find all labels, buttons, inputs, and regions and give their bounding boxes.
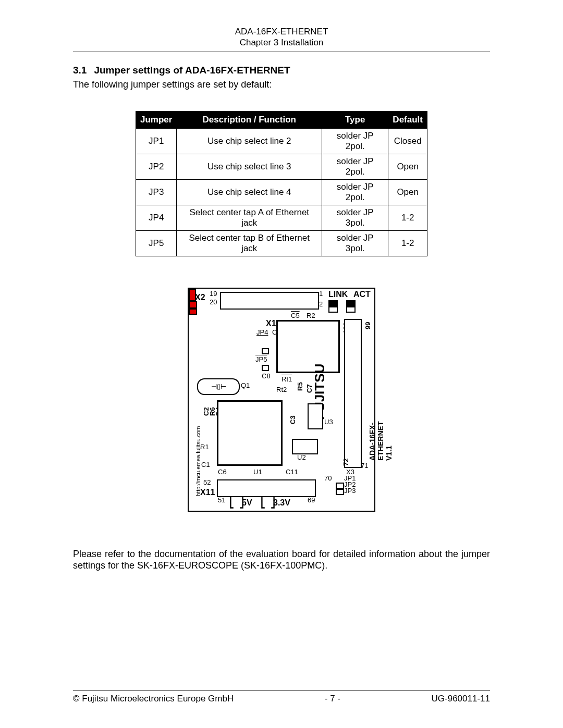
label-72: 72 — [342, 458, 350, 465]
bottom-rule — [73, 690, 490, 690]
chip-main-icon — [217, 400, 283, 466]
label-jp4: JP4 — [256, 328, 268, 336]
connector-x3 — [344, 319, 362, 468]
label-69: 69 — [308, 496, 315, 504]
label-r2: R2 — [307, 312, 315, 319]
connector-x2 — [220, 292, 319, 310]
label-20: 20 — [210, 298, 217, 306]
top-rule — [73, 52, 490, 52]
cell-type: solder JP 2pol. — [322, 154, 388, 179]
label-c5: C5 — [291, 312, 300, 319]
label-u1: U1 — [253, 468, 262, 476]
pcb-diagram-wrap: X2 19 20 1 2 LINK ACT C5 R2 X1 JP4 C9 C4… — [188, 288, 375, 512]
footer-left: © Fujitsu Microelectronics Europe GmbH — [73, 694, 234, 704]
label-c1: C1 — [201, 461, 210, 468]
label-71: 71 — [361, 462, 368, 470]
label-board-rev: ADA-16FX-ETHERNET V1.1 — [368, 421, 393, 460]
label-link: LINK — [328, 290, 348, 299]
label-url: http://mcu.emea.fujitsu.com — [195, 426, 201, 496]
cell-jumper: JP4 — [136, 205, 177, 230]
crystal-q1-icon: ⊣▯⊢ — [197, 378, 240, 395]
jp2-pad — [336, 483, 344, 489]
cell-type: solder JP 3pol. — [322, 205, 388, 230]
table-header-row: Jumper Description / Function Type Defau… — [136, 111, 427, 128]
chip-u2 — [292, 439, 318, 454]
header-line1: ADA-16FX-ETHERNET — [73, 26, 490, 37]
label-r5: R5 — [296, 382, 304, 391]
jp1-pad-icon — [189, 309, 197, 315]
cell-default: Closed — [388, 128, 427, 154]
footer-right: UG-960011-11 — [432, 694, 490, 704]
th-type: Type — [322, 111, 388, 128]
label-x1: X1 — [266, 319, 276, 328]
cell-jumper: JP3 — [136, 179, 177, 205]
label-rt1: Rt1 — [282, 375, 292, 383]
label-c6: C6 — [218, 468, 227, 476]
cell-desc: Use chip select line 4 — [177, 179, 322, 205]
label-q1: Q1 — [241, 381, 250, 389]
note-text: Please refer to the documentation of the… — [73, 548, 490, 572]
section-heading: 3.1Jumper settings of ADA-16FX-ETHERNET — [73, 65, 490, 76]
c8-pad-icon — [189, 301, 197, 309]
cell-jumper: JP1 — [136, 128, 177, 154]
label-51: 51 — [218, 496, 225, 504]
section-intro: The following jumper settings are set by… — [73, 79, 490, 90]
chip-u3 — [308, 403, 323, 429]
label-u3: U3 — [324, 418, 333, 426]
cell-desc: Use chip select line 2 — [177, 128, 322, 154]
cell-desc: Select center tap B of Ethernet jack — [177, 230, 322, 256]
cell-type: solder JP 2pol. — [322, 179, 388, 205]
cell-type: solder JP 3pol. — [322, 230, 388, 256]
page-footer: © Fujitsu Microelectronics Europe GmbH -… — [73, 690, 490, 704]
label-1: 1 — [319, 290, 323, 298]
jp5-pad1 — [262, 365, 269, 371]
label-5v: 5V — [242, 498, 252, 508]
label-c8: C8 — [262, 372, 271, 380]
table-row: JP5 Select center tap B of Ethernet jack… — [136, 230, 427, 256]
table-row: JP3 Use chip select line 4 solder JP 2po… — [136, 179, 427, 205]
jumper-table: Jumper Description / Function Type Defau… — [136, 111, 427, 256]
page-header: ADA-16FX-ETHERNET Chapter 3 Installation — [73, 26, 490, 48]
header-line2: Chapter 3 Installation — [73, 37, 490, 48]
label-c3: C3 — [289, 415, 297, 424]
cell-desc: Use chip select line 3 — [177, 154, 322, 179]
label-19: 19 — [210, 290, 217, 298]
cell-jumper: JP2 — [136, 154, 177, 179]
label-x2: X2 — [195, 293, 205, 302]
cell-jumper: JP5 — [136, 230, 177, 256]
document-page: ADA-16FX-ETHERNET Chapter 3 Installation… — [0, 0, 563, 728]
pad-link — [328, 306, 338, 313]
label-99: 99 — [364, 322, 372, 329]
label-rt2: Rt2 — [276, 386, 287, 393]
box-x1 — [276, 320, 340, 373]
led-link-icon — [328, 300, 338, 306]
label-act: ACT — [353, 290, 371, 299]
th-desc: Description / Function — [177, 111, 322, 128]
led-act-icon — [346, 300, 356, 306]
section-number: 3.1 — [73, 65, 87, 76]
label-jp5: JP5 — [255, 355, 267, 363]
label-70: 70 — [324, 474, 332, 482]
th-default: Default — [388, 111, 427, 128]
table-row: JP2 Use chip select line 3 solder JP 2po… — [136, 154, 427, 179]
cell-type: solder JP 2pol. — [322, 128, 388, 154]
connector-x11 — [217, 479, 316, 497]
pad-act — [346, 306, 356, 313]
cell-default: 1-2 — [388, 205, 427, 230]
jp3-pad — [336, 489, 344, 495]
cell-default: Open — [388, 179, 427, 205]
label-r1: R1 — [200, 443, 209, 451]
cell-desc: Select center tap A of Ethernet jack — [177, 205, 322, 230]
label-2: 2 — [319, 300, 323, 308]
th-jumper: Jumper — [136, 111, 177, 128]
table-row: JP4 Select center tap A of Ethernet jack… — [136, 205, 427, 230]
footer-center: - 7 - — [325, 694, 340, 704]
table-row: JP1 Use chip select line 2 solder JP 2po… — [136, 128, 427, 154]
cell-default: 1-2 — [388, 230, 427, 256]
label-c11: C11 — [286, 468, 298, 476]
cell-default: Open — [388, 154, 427, 179]
label-33v: 3.3V — [273, 498, 290, 508]
label-jp3: JP3 — [344, 487, 356, 495]
pcb-diagram: X2 19 20 1 2 LINK ACT C5 R2 X1 JP4 C9 C4… — [188, 288, 375, 512]
label-x11: X11 — [200, 488, 215, 497]
